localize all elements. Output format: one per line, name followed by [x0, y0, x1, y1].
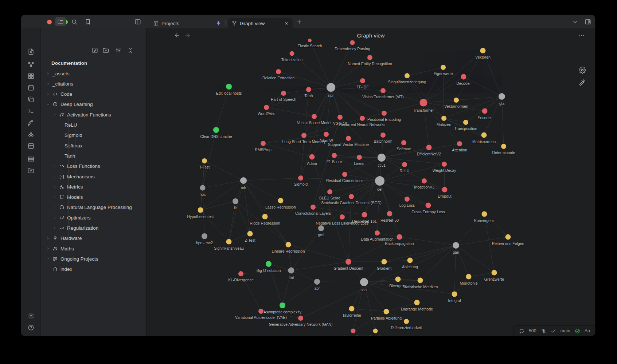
graph-node-residual-connections[interactable] [342, 172, 347, 177]
graph-node-word2vec[interactable] [264, 105, 269, 110]
graph-node-edit-local-hosts[interactable] [226, 84, 232, 90]
graph-node-relation-extraction[interactable] [276, 69, 281, 74]
graph-node-transposition[interactable] [463, 120, 468, 125]
new-note-icon[interactable] [91, 47, 98, 54]
graph-node-matrizen[interactable] [441, 116, 446, 121]
explorer-item-loss-functions[interactable]: Loss Functions [53, 161, 100, 171]
graph-node-support-vector-machine[interactable] [346, 136, 351, 141]
grid-icon[interactable] [27, 72, 35, 80]
graph-node-inceptionv3[interactable] [422, 178, 427, 183]
explorer-item-code[interactable]: Code [46, 89, 72, 99]
graph-node-eigenwerte[interactable] [441, 65, 446, 70]
graph-node-vision-transformer[interactable] [380, 88, 386, 93]
graph-node-bleu-score[interactable] [327, 189, 332, 194]
graph-node-softmax-node[interactable] [401, 140, 406, 145]
graph-node-mlr[interactable] [240, 177, 247, 184]
graph-node-hypothesentest[interactable] [198, 207, 203, 213]
graph-node-gml[interactable] [318, 225, 324, 231]
folder-up-icon[interactable] [27, 167, 35, 174]
graph-node-taylorreihe[interactable] [349, 306, 355, 312]
explorer-item-activation-functions[interactable]: Activation Functions [53, 110, 111, 120]
graph-node-vgg-19[interactable] [337, 115, 343, 120]
graph-node-cross-entropy-loss[interactable] [426, 203, 431, 208]
graph-node-backpropagation[interactable] [397, 234, 402, 240]
graph-node-recurrent-neural-networks[interactable] [360, 116, 365, 121]
graph-node-convolutional-layers[interactable] [311, 205, 316, 210]
search-icon[interactable] [69, 17, 80, 26]
new-tab-button[interactable] [294, 17, 305, 26]
table-icon[interactable] [27, 155, 35, 163]
graph-node-attention[interactable] [457, 141, 462, 146]
graph-node-apr[interactable] [314, 279, 320, 285]
graph-node-z-test[interactable] [247, 231, 253, 237]
graph-node-npr[interactable] [327, 83, 335, 92]
chevron-down-icon[interactable] [570, 17, 581, 26]
graph-node-tf-idf[interactable] [360, 78, 365, 83]
graph-node-batchnorm[interactable] [380, 132, 386, 138]
graph-node-hessematrix[interactable] [351, 329, 356, 333]
graph-node-differenzierbarkeit[interactable] [404, 319, 409, 324]
graph-node-transformer[interactable] [420, 99, 427, 107]
graph-node-variational-autoencoder[interactable] [258, 309, 263, 314]
explorer-item-tanh[interactable]: Tanh [65, 151, 75, 161]
bookmark-icon[interactable] [82, 17, 93, 26]
explorer-item-maths[interactable]: Maths [46, 244, 74, 254]
graph-icon[interactable] [27, 61, 35, 68]
graph-node-gan[interactable] [453, 242, 459, 249]
explorer-item-ongoing-projects[interactable]: Ongoing Projects [46, 254, 98, 264]
file-search-icon[interactable] [27, 48, 35, 55]
explorer-item-natural-language-processing[interactable]: Natural Language Processing [53, 202, 132, 213]
graph-node-matrixnormen[interactable] [481, 132, 487, 138]
graph-node-signifikanzniveau[interactable] [226, 239, 232, 245]
explorer-item--assets[interactable]: _assets [46, 68, 70, 79]
graph-node-tanh-node[interactable] [306, 87, 311, 92]
graph-node-generative-adversary-network[interactable] [298, 316, 303, 321]
graph-node-gla[interactable] [499, 93, 505, 100]
graph-node-fml[interactable] [288, 268, 294, 274]
status-bar[interactable]: 500mainAa [513, 325, 595, 336]
terminal-icon[interactable] [27, 107, 35, 115]
graph-node-grenzwerte[interactable] [492, 270, 497, 276]
check-circle-icon[interactable] [575, 328, 580, 334]
graph-node-partielle-ableitung[interactable] [384, 309, 389, 314]
graph-node-relu-node[interactable] [402, 162, 407, 167]
graph-node-gradient-descent[interactable] [345, 259, 351, 265]
graph-node-asymptotic-complexity[interactable] [280, 302, 285, 308]
graph-node-negative-loss-likelyhood-loss[interactable] [340, 214, 345, 219]
graph-node-singularwertzerlegung[interactable] [405, 73, 410, 78]
graph-node-kl-divergence[interactable] [238, 271, 243, 276]
graph-node-statistische-metriken[interactable] [418, 278, 423, 283]
panel-left-icon[interactable] [132, 17, 143, 26]
graph-node-integral[interactable] [452, 292, 457, 297]
layout2-icon[interactable] [27, 142, 35, 150]
pen-hand-icon[interactable] [27, 119, 35, 126]
graph-node-data-augmentation[interactable] [375, 230, 380, 236]
explorer-item-regularization[interactable]: Regularization [53, 223, 98, 233]
graph-node-reihen-und-folgen[interactable] [505, 234, 511, 240]
graph-node-f1-score[interactable] [332, 153, 337, 158]
graph-node-linear[interactable] [357, 155, 362, 160]
folder-icon[interactable] [55, 17, 66, 26]
collapse-all-icon[interactable] [127, 47, 134, 54]
graph-node-fourier-transformation[interactable] [373, 329, 378, 333]
close-window-button[interactable] [47, 20, 52, 24]
panel-right-icon[interactable] [582, 17, 593, 26]
graph-node-adamw[interactable] [324, 132, 329, 137]
graph-node-gradient[interactable] [382, 259, 387, 265]
graph-node-lineare-regression[interactable] [286, 242, 291, 248]
explorer-item-optimizers[interactable]: Optimizers [53, 213, 91, 223]
graph-node-hpc-mc2[interactable] [202, 233, 207, 239]
graph-node-clear-dns-chache[interactable] [213, 127, 219, 133]
help-icon[interactable] [27, 324, 34, 331]
graph-node-dropout[interactable] [442, 187, 448, 193]
graph-node-big-o-notation[interactable] [266, 261, 272, 267]
graph-node-konvergenz[interactable] [482, 211, 487, 217]
sort-icon[interactable] [115, 47, 122, 54]
graph-node-vta[interactable] [360, 278, 368, 286]
graph-node-ableitung[interactable] [407, 258, 413, 263]
explorer-item-sigmoid[interactable]: Sigmoid [65, 130, 82, 141]
new-folder-icon[interactable] [102, 47, 109, 54]
graph-node-del[interactable] [375, 176, 384, 186]
graph-node-elastic-search[interactable] [308, 39, 312, 42]
graph-node-sigmoid-node[interactable] [298, 175, 303, 181]
